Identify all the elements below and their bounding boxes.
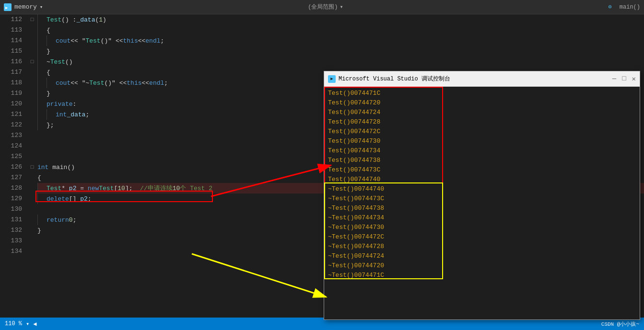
scope-selector[interactable]: (全局范围) ▾	[43, 3, 608, 11]
line-number-119: 119	[0, 88, 25, 99]
console-line-10: ~Test()00744740	[328, 184, 636, 194]
line-number-133: 133	[0, 236, 25, 246]
fold-marker-133	[29, 236, 35, 246]
line-number-127: 127	[0, 172, 25, 183]
scope-label: (全局范围)	[308, 3, 338, 11]
line-number-125: 125	[0, 151, 25, 162]
console-line-4: Test()0074472C	[328, 127, 636, 137]
scroll-left-icon[interactable]: ◀	[33, 320, 36, 328]
minimize-button[interactable]: —	[612, 75, 616, 83]
fold-marker-118	[29, 78, 35, 88]
code-line-115: }	[37, 46, 644, 57]
console-title-bar: ▶ Microsoft Visual Studio 调试控制台 — □ ✕	[324, 71, 640, 87]
fold-marker-131	[29, 215, 35, 225]
fold-marker-117	[29, 67, 35, 78]
console-line-6: Test()00744734	[328, 146, 636, 156]
console-line-19: ~Test()0074471C	[328, 271, 636, 280]
fold-marker-132	[29, 225, 35, 236]
console-line-0: Test()0074471C	[328, 89, 636, 98]
fold-marker-122	[29, 120, 35, 130]
console-icon: ▶	[328, 75, 336, 83]
fold-marker-121	[29, 109, 35, 120]
console-line-2: Test()00744724	[328, 108, 636, 117]
line-number-134: 134	[0, 246, 25, 257]
line-number-112: 112	[0, 14, 25, 25]
line-number-115: 115	[0, 46, 25, 57]
line-number-126: 126	[0, 162, 25, 172]
console-line-7: Test()00744738	[328, 156, 636, 165]
app-icon: ▶	[4, 3, 12, 11]
title-bar: ▶ memory ▾ (全局范围) ▾ ⊙ main()	[0, 0, 644, 14]
console-line-14: ~Test()00744730	[328, 223, 636, 232]
line-number-120: 120	[0, 99, 25, 109]
function-icon: ⊙	[609, 3, 612, 11]
close-button[interactable]: ✕	[632, 75, 636, 83]
filename-dropdown[interactable]: ▾	[40, 4, 43, 10]
scope-dropdown-icon: ▾	[340, 3, 343, 11]
zoom-level: 110 %	[5, 320, 22, 327]
code-line-116: ~Test()	[37, 57, 644, 67]
console-line-16: ~Test()00744728	[328, 242, 636, 251]
line-number-122: 122	[0, 120, 25, 130]
fold-marker-112[interactable]: □	[29, 14, 35, 25]
fold-marker-123	[29, 130, 35, 141]
console-line-8: Test()0074473C	[328, 165, 636, 175]
console-line-17: ~Test()00744724	[328, 251, 636, 261]
console-line-15: ~Test()0074472C	[328, 232, 636, 242]
fold-marker-125	[29, 151, 35, 162]
line-number-131: 131	[0, 215, 25, 225]
fold-marker-126[interactable]: □	[29, 162, 35, 172]
fold-markers[interactable]: □□□	[29, 14, 35, 318]
debug-console-window: ▶ Microsoft Visual Studio 调试控制台 — □ ✕ Te…	[324, 71, 640, 320]
svg-text:▶: ▶	[5, 6, 8, 10]
fold-marker-134	[29, 246, 35, 257]
console-controls[interactable]: — □ ✕	[612, 75, 636, 83]
fold-marker-116[interactable]: □	[29, 57, 35, 67]
fold-marker-120	[29, 99, 35, 109]
line-number-128: 128	[0, 183, 25, 193]
fold-marker-128	[29, 183, 35, 193]
fold-marker-124	[29, 141, 35, 151]
code-line-112: Test() :_data(1)	[37, 14, 644, 25]
line-number-121: 121	[0, 109, 25, 120]
console-line-18: ~Test()00744720	[328, 261, 636, 271]
zoom-dropdown[interactable]: ▾	[26, 320, 29, 328]
console-line-12: ~Test()00744738	[328, 204, 636, 213]
function-name: main()	[620, 4, 640, 11]
code-line-113: {	[37, 25, 644, 35]
console-line-1: Test()00744720	[328, 98, 636, 108]
console-line-9: Test()00744740	[328, 175, 636, 184]
line-number-124: 124	[0, 141, 25, 151]
code-line-114: cout << "Test()" << this << endl;	[37, 35, 644, 46]
line-number-129: 129	[0, 193, 25, 204]
line-number-118: 118	[0, 78, 25, 88]
fold-marker-119	[29, 88, 35, 99]
console-line-11: ~Test()0074473C	[328, 194, 636, 204]
line-number-113: 113	[0, 25, 25, 35]
fold-marker-114	[29, 35, 35, 46]
maximize-button[interactable]: □	[622, 75, 626, 83]
console-line-13: ~Test()00744734	[328, 213, 636, 223]
fold-marker-129	[29, 193, 35, 204]
line-numbers-gutter: 1121131141151161171181191201211221231241…	[0, 14, 29, 318]
fold-marker-115	[29, 46, 35, 57]
filename-label: memory	[14, 3, 37, 11]
line-number-123: 123	[0, 130, 25, 141]
line-number-130: 130	[0, 204, 25, 215]
line-number-117: 117	[0, 67, 25, 78]
line-number-116: 116	[0, 57, 25, 67]
console-line-5: Test()00744730	[328, 137, 636, 146]
fold-marker-130	[29, 204, 35, 215]
fold-marker-113	[29, 25, 35, 35]
line-number-114: 114	[0, 35, 25, 46]
console-title-text: Microsoft Visual Studio 调试控制台	[339, 75, 612, 83]
line-number-132: 132	[0, 225, 25, 236]
console-output-body: Test()0074471CTest()00744720Test()007447…	[324, 87, 640, 319]
console-line-3: Test()00744728	[328, 117, 636, 127]
fold-marker-127	[29, 172, 35, 183]
function-selector[interactable]: ⊙ main()	[609, 3, 640, 11]
brand-label: CSDN @小小孩~	[601, 320, 639, 328]
